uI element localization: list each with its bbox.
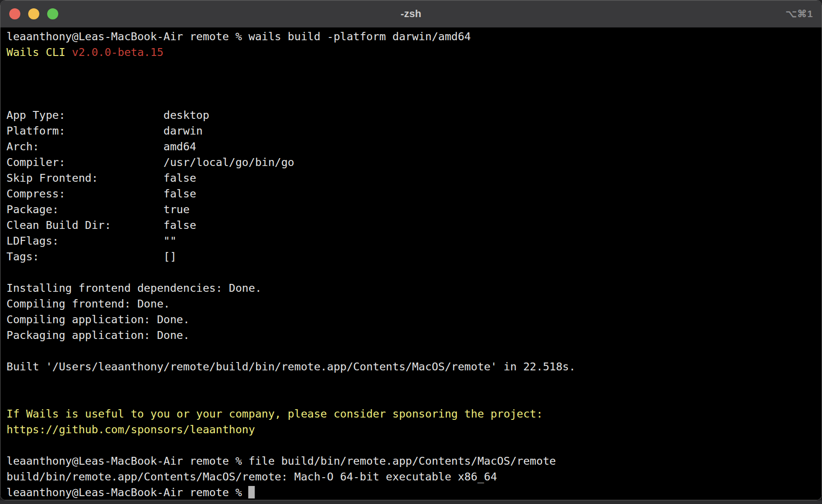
terminal-line <box>6 375 822 390</box>
text-segment: Compiler: /usr/local/go/bin/go <box>6 156 294 169</box>
terminal-line: LDFlags: "" <box>6 233 822 249</box>
terminal-line <box>6 264 822 280</box>
terminal-line: Skip Frontend: false <box>6 170 822 186</box>
terminal-line: Package: true <box>6 202 822 217</box>
text-segment: Platform: darwin <box>6 124 202 137</box>
terminal-line: If Wails is useful to you or your compan… <box>6 406 822 422</box>
keyboard-shortcut-label: ⌥⌘1 <box>785 0 813 27</box>
text-segment: Built '/Users/leaanthony/remote/build/bi… <box>6 360 576 373</box>
text-segment: Compiling frontend: Done. <box>6 297 170 310</box>
text-segment: Arch: amd64 <box>6 140 196 153</box>
terminal-line <box>6 76 822 92</box>
terminal-line <box>6 60 822 76</box>
terminal-line: Installing frontend dependencies: Done. <box>6 280 822 296</box>
text-segment: LDFlags: "" <box>6 234 177 247</box>
text-segment: Installing frontend dependencies: Done. <box>6 282 262 295</box>
terminal-line <box>6 437 822 453</box>
text-segment: App Type: desktop <box>6 109 209 122</box>
text-segment: Tags: [] <box>6 250 177 263</box>
terminal-line: Platform: darwin <box>6 123 822 139</box>
terminal-output[interactable]: leaanthony@Leas-MacBook-Air remote % wai… <box>0 28 822 500</box>
terminal-line <box>6 343 822 359</box>
terminal-cursor <box>248 486 255 498</box>
traffic-lights <box>9 0 58 27</box>
minimize-button[interactable] <box>28 8 39 19</box>
text-segment: Clean Build Dir: false <box>6 219 196 232</box>
text-segment: Package: true <box>6 203 190 216</box>
terminal-line: Tags: [] <box>6 249 822 264</box>
text-segment: Compress: false <box>6 187 196 200</box>
terminal-line: Compiler: /usr/local/go/bin/go <box>6 154 822 170</box>
close-button[interactable] <box>9 8 20 19</box>
terminal-line: leaanthony@Leas-MacBook-Air remote % wai… <box>6 29 822 44</box>
terminal-line: Compiling application: Done. <box>6 312 822 327</box>
desktop-background-strip <box>0 500 822 504</box>
terminal-line: Built '/Users/leaanthony/remote/build/bi… <box>6 359 822 375</box>
text-segment: leaanthony@Leas-MacBook-Air remote % wai… <box>6 30 471 43</box>
terminal-line: build/bin/remote.app/Contents/MacOS/remo… <box>6 469 822 485</box>
text-segment: Skip Frontend: false <box>6 172 196 184</box>
text-segment: leaanthony@Leas-MacBook-Air remote % <box>6 486 248 499</box>
terminal-window: -zsh ⌥⌘1 leaanthony@Leas-MacBook-Air rem… <box>0 0 822 500</box>
terminal-line: App Type: desktop <box>6 107 822 123</box>
terminal-line: https://github.com/sponsors/leaanthony <box>6 422 822 437</box>
terminal-line <box>6 390 822 406</box>
text-segment: v2.0.0-beta.15 <box>72 46 163 59</box>
terminal-line: Arch: amd64 <box>6 139 822 154</box>
terminal-line: Compiling frontend: Done. <box>6 296 822 312</box>
terminal-line: Packaging application: Done. <box>6 327 822 343</box>
terminal-line: leaanthony@Leas-MacBook-Air remote % <box>6 485 822 500</box>
terminal-line <box>6 92 822 107</box>
terminal-line: Compress: false <box>6 186 822 202</box>
titlebar[interactable]: -zsh ⌥⌘1 <box>0 0 822 28</box>
terminal-line: leaanthony@Leas-MacBook-Air remote % fil… <box>6 453 822 469</box>
text-segment: Packaging application: Done. <box>6 329 190 342</box>
zoom-button[interactable] <box>47 8 58 19</box>
text-segment: If Wails is useful to you or your compan… <box>6 407 543 420</box>
text-segment: Wails CLI <box>6 46 72 59</box>
text-segment: leaanthony@Leas-MacBook-Air remote % fil… <box>6 455 556 467</box>
terminal-line: Clean Build Dir: false <box>6 217 822 233</box>
text-segment: https://github.com/sponsors/leaanthony <box>6 423 255 436</box>
window-title: -zsh <box>0 8 822 20</box>
terminal-line: Wails CLI v2.0.0-beta.15 <box>6 44 822 60</box>
text-segment: build/bin/remote.app/Contents/MacOS/remo… <box>6 470 497 483</box>
text-segment: Compiling application: Done. <box>6 313 190 326</box>
